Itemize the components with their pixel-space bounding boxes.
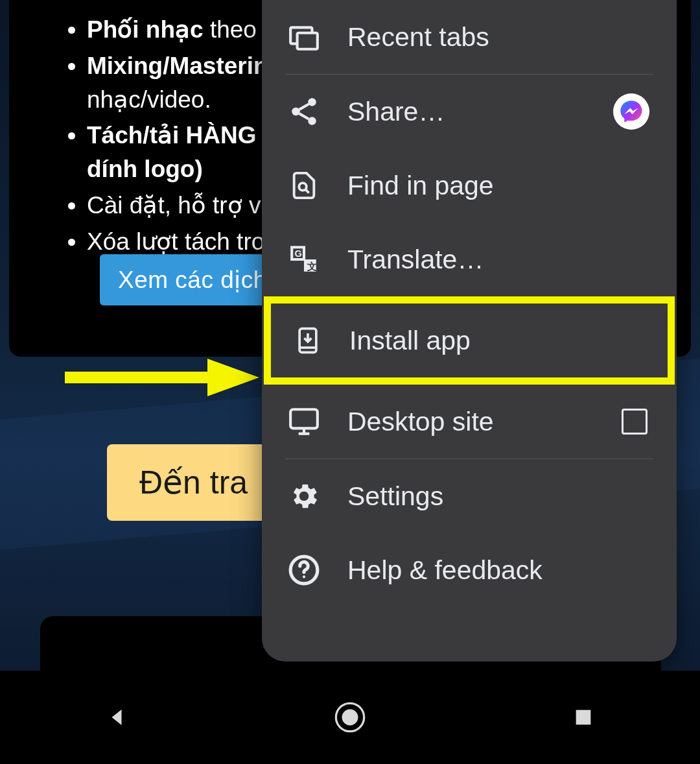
find-in-page-icon [288, 169, 320, 202]
list-item-text: nhạc/video. [87, 86, 211, 113]
menu-item-share[interactable]: Share… [262, 75, 677, 149]
svg-line-10 [306, 190, 309, 193]
svg-marker-20 [112, 710, 122, 725]
list-item-bold: dính logo) [87, 156, 203, 182]
list-item-bold: Phối nhạc [87, 16, 204, 43]
svg-point-22 [343, 710, 357, 724]
desktop-site-icon [288, 405, 320, 438]
menu-item-install-app[interactable]: Install app [264, 296, 675, 385]
menu-item-label: Recent tabs [347, 22, 489, 53]
desktop-site-checkbox[interactable] [622, 409, 648, 435]
svg-rect-15 [290, 409, 318, 428]
recent-tabs-icon [288, 21, 320, 53]
android-nav-bar [0, 671, 700, 764]
nav-home-button[interactable] [331, 698, 369, 737]
svg-marker-1 [207, 359, 259, 396]
menu-item-recent-tabs[interactable]: Recent tabs [262, 0, 677, 74]
menu-item-label: Install app [349, 326, 471, 356]
svg-line-7 [299, 104, 309, 110]
svg-point-5 [292, 108, 300, 116]
install-app-icon [292, 324, 324, 357]
menu-item-label: Help & feedback [347, 555, 542, 586]
menu-item-label: Find in page [347, 171, 494, 201]
messenger-icon [613, 93, 649, 130]
svg-point-6 [308, 117, 316, 125]
svg-line-8 [299, 113, 309, 119]
menu-item-label: Settings [347, 481, 443, 512]
menu-item-label: Desktop site [347, 407, 494, 437]
menu-item-desktop-site[interactable]: Desktop site [262, 385, 677, 459]
svg-text:文: 文 [307, 261, 317, 272]
menu-item-help-feedback[interactable]: Help & feedback [262, 533, 677, 607]
menu-item-translate[interactable]: G 文 Translate… [262, 222, 677, 296]
share-icon [288, 95, 320, 128]
list-item-bold: Mixing/Mastering [87, 53, 283, 79]
chrome-overflow-menu: Recent tabs Share… [262, 0, 677, 662]
nav-back-button[interactable] [97, 698, 136, 737]
menu-item-settings[interactable]: Settings [262, 459, 677, 533]
menu-item-label: Share… [347, 97, 445, 127]
settings-icon [288, 480, 320, 512]
svg-rect-23 [576, 710, 591, 725]
cta-button[interactable]: Đến tra [107, 444, 280, 521]
svg-text:G: G [294, 248, 301, 259]
pointer-arrow-icon [65, 359, 259, 398]
svg-point-9 [299, 183, 307, 191]
menu-item-find-in-page[interactable]: Find in page [262, 149, 677, 222]
help-icon [288, 554, 320, 586]
svg-point-4 [308, 98, 316, 106]
svg-rect-0 [65, 372, 214, 383]
svg-rect-3 [298, 33, 318, 49]
button-label: Đến tra [139, 464, 248, 501]
svg-point-19 [303, 575, 305, 578]
menu-item-label: Translate… [347, 245, 484, 275]
nav-recent-button[interactable] [564, 698, 603, 737]
translate-icon: G 文 [288, 243, 320, 276]
